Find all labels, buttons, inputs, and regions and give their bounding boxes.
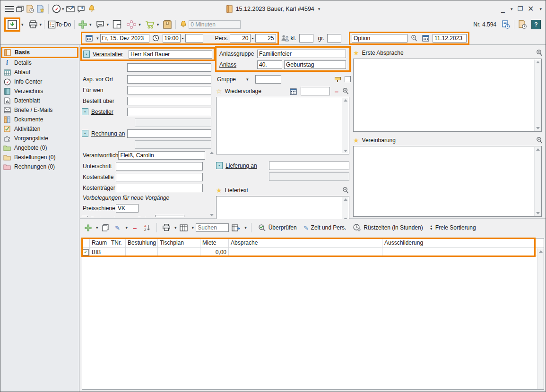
veranstalter-line2-input[interactable]	[127, 63, 211, 72]
wiedervorlage-textarea[interactable]	[216, 97, 349, 154]
cell-miete[interactable]: 0,00	[200, 248, 229, 256]
scroll-down-icon[interactable]	[344, 150, 347, 152]
lieferung-an-input[interactable]	[269, 162, 349, 170]
add-button[interactable]	[77, 19, 88, 30]
scroll-up-icon[interactable]	[344, 99, 347, 102]
restore-button[interactable]: ❐	[517, 5, 523, 12]
row-add-caret-icon[interactable]: ▾	[96, 225, 98, 230]
sidebar-item-details[interactable]: i Details	[1, 58, 78, 68]
vereinbarung-zoom-button[interactable]	[534, 136, 545, 145]
rechnung-an-input[interactable]	[127, 129, 211, 138]
unterschrift-input[interactable]	[116, 162, 203, 170]
column-header-raum[interactable]: Raum	[90, 239, 109, 247]
besteller-input[interactable]	[127, 108, 211, 116]
cell-tischplan[interactable]	[158, 248, 200, 256]
sidebar-item-aktivitaeten[interactable]: Aktivitäten	[1, 124, 78, 134]
anlass-number-input[interactable]	[257, 60, 282, 69]
time-to-input[interactable]	[185, 34, 203, 43]
minimize-caret-icon[interactable]: ▾	[511, 7, 513, 11]
table-print-caret-icon[interactable]: ▾	[174, 225, 177, 230]
cell-raum[interactable]: BIB	[90, 248, 109, 256]
row-edit-caret-icon[interactable]: ▾	[126, 225, 128, 230]
room-plan-button[interactable]	[112, 19, 122, 30]
print-caret-icon[interactable]: ▾	[40, 22, 42, 27]
anlass-label[interactable]: Anlass	[219, 61, 236, 68]
table-export-button[interactable]	[231, 222, 242, 233]
notes-caret-icon[interactable]: ▾	[107, 22, 109, 27]
cell-tnr[interactable]	[109, 248, 126, 256]
scroll-up-icon[interactable]	[536, 148, 540, 151]
erste-absprache-textarea[interactable]	[353, 59, 542, 132]
time-from-input[interactable]	[163, 34, 181, 43]
table-view-button[interactable]	[179, 222, 189, 233]
favorites-button[interactable]	[35, 3, 46, 15]
verantwortlich-input[interactable]	[118, 151, 205, 160]
kostentraeger-input[interactable]	[116, 184, 203, 192]
scroll-up-icon[interactable]	[536, 61, 540, 63]
main-menu-button[interactable]	[4, 3, 15, 15]
sidebar-item-ablauf[interactable]: Ablauf	[1, 68, 78, 77]
column-header-ausschilderung[interactable]: Ausschilderung	[382, 239, 544, 247]
table-scrollbar[interactable]	[537, 248, 544, 389]
sidebar-item-basis[interactable]: Basis	[1, 47, 78, 58]
import-note-button[interactable]	[76, 3, 87, 15]
sidebar-item-datenblatt[interactable]: Datenblatt	[1, 96, 78, 105]
star-icon[interactable]: ☆	[216, 88, 222, 94]
option-calendar-button[interactable]	[421, 34, 431, 43]
rabatt-input[interactable]	[155, 215, 184, 218]
lieferung-an-label[interactable]: Lieferung an	[225, 162, 257, 169]
scrollbar[interactable]	[534, 147, 541, 216]
table-print-button[interactable]	[161, 222, 172, 233]
scroll-down-icon[interactable]	[536, 212, 540, 214]
setup-times-button[interactable]: Rüstzeiten (in Stunden)	[350, 222, 425, 233]
sidebar-item-vorgangsliste[interactable]: Vorgangsliste	[1, 134, 78, 143]
gr-input[interactable]	[327, 34, 341, 43]
fuer-wen-input[interactable]	[127, 86, 211, 94]
table-export-caret-icon[interactable]: ▾	[244, 225, 247, 230]
scroll-up-icon[interactable]	[344, 198, 347, 201]
package-button[interactable]	[162, 19, 173, 30]
scrollbar[interactable]	[342, 98, 348, 153]
scroll-down-icon[interactable]	[536, 127, 540, 129]
print-button[interactable]	[27, 19, 39, 30]
left-group-scrollbar[interactable]	[208, 151, 215, 217]
minimize-button[interactable]: _	[501, 5, 505, 13]
rechnung-an-label[interactable]: Rechnung an	[91, 130, 125, 137]
notes-button[interactable]	[95, 19, 106, 30]
persons-from-input[interactable]	[230, 34, 251, 43]
seating-caret-icon[interactable]: ▾	[139, 22, 141, 27]
sidebar-item-rechnungen[interactable]: Rechnungen (0)	[1, 162, 78, 171]
cell-ausschilderung[interactable]	[382, 248, 544, 256]
column-header-miete[interactable]: Miete	[200, 239, 229, 247]
seating-button[interactable]	[125, 19, 138, 30]
option-search-button[interactable]	[409, 34, 419, 43]
protocol-button[interactable]	[517, 19, 529, 30]
sidebar-item-angebote[interactable]: Angebote (0)	[1, 143, 78, 153]
column-header-tnr[interactable]: TNr.	[109, 239, 126, 247]
windows-button[interactable]	[15, 3, 25, 15]
option-status-input[interactable]	[352, 34, 407, 43]
star-icon[interactable]: ★	[353, 137, 359, 144]
row-add-button[interactable]	[83, 222, 93, 233]
save-button[interactable]	[6, 19, 18, 30]
asp-vor-ort-input[interactable]	[127, 75, 211, 84]
check-button[interactable]: Überprüfen	[256, 222, 299, 233]
signpost-icon[interactable]	[334, 76, 341, 83]
cell-bestuhlung[interactable]	[126, 248, 158, 256]
sidebar-item-verzeichnis[interactable]: Verzeichnis	[1, 86, 78, 96]
scroll-up-icon[interactable]	[539, 250, 543, 253]
table-search-input[interactable]	[196, 223, 229, 232]
wiedervorlage-calendar-button[interactable]	[288, 87, 299, 95]
recent-documents-button[interactable]	[25, 3, 35, 15]
cart-button[interactable]	[144, 19, 156, 30]
star-icon[interactable]: ★	[353, 50, 359, 56]
besteller-label[interactable]: Besteller	[91, 109, 113, 115]
gruppe-input[interactable]	[255, 75, 281, 84]
scroll-down-icon[interactable]	[210, 214, 214, 216]
scrollbar[interactable]	[534, 60, 541, 131]
column-header-tischplan[interactable]: Tischplan	[158, 239, 200, 247]
sidebar-item-info-center[interactable]: Info Center	[1, 77, 78, 86]
remove-icon[interactable]: –	[335, 88, 338, 95]
row-checkbox[interactable]: ✓	[83, 249, 89, 256]
calendar-caret-icon[interactable]: ▾	[96, 36, 99, 41]
